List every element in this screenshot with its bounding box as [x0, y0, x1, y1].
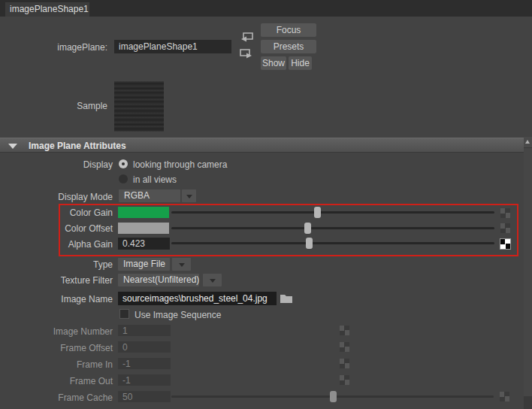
sample-label: Sample: [0, 101, 107, 111]
frame-cache-slider: [171, 395, 494, 398]
frame-cache-map-button: [500, 392, 509, 401]
frame-offset-label: Frame Offset: [0, 343, 113, 353]
section-title: Image Plane Attributes: [29, 141, 126, 151]
frame-in-field: [118, 358, 171, 369]
frame-out-field: [118, 374, 171, 386]
scrollbar-thumb[interactable]: [524, 148, 532, 396]
alpha-gain-map-button[interactable]: [500, 238, 511, 250]
color-offset-slider-handle[interactable]: [304, 223, 311, 234]
frame-in-map-button: [340, 359, 349, 368]
tab-imageplaneshape1[interactable]: imagePlaneShape1: [5, 2, 89, 17]
section-header-image-plane-attributes[interactable]: Image Plane Attributes: [0, 138, 524, 153]
texture-filter-dropdown-arrow[interactable]: [203, 274, 222, 286]
sample-preview-swatch: [114, 81, 164, 132]
chevron-down-icon: [179, 263, 185, 267]
chevron-down-icon: [186, 195, 192, 198]
texture-filter-dropdown[interactable]: Nearest(Unfiltered): [118, 274, 199, 286]
frame-out-label: Frame Out: [0, 376, 113, 386]
image-number-field: [118, 325, 171, 336]
radio-label-looking-through-camera[interactable]: looking through camera: [133, 159, 227, 170]
focus-button[interactable]: Focus: [261, 23, 316, 37]
color-gain-slider-handle[interactable]: [314, 207, 321, 218]
image-number-map-button: [340, 326, 349, 335]
texture-filter-label: Texture Filter: [0, 275, 113, 286]
chevron-down-icon: [210, 279, 216, 283]
presets-button[interactable]: Presets: [261, 40, 316, 53]
color-offset-map-button[interactable]: [500, 223, 510, 233]
frame-cache-label: Frame Cache: [0, 392, 113, 403]
arrow-up-icon: [525, 140, 530, 144]
hide-button[interactable]: Hide: [289, 56, 312, 70]
alpha-gain-slider[interactable]: [171, 242, 494, 244]
frame-offset-field: [118, 341, 171, 353]
color-offset-label: Color Offset: [0, 223, 113, 234]
alpha-gain-label: Alpha Gain: [0, 239, 113, 250]
display-label: Display: [0, 159, 113, 170]
frame-cache-field: [118, 391, 171, 402]
radio-label-in-all-views[interactable]: in all views: [133, 174, 177, 185]
imageplane-label: imagePlane:: [0, 42, 107, 53]
color-offset-slider[interactable]: [171, 227, 494, 229]
type-dropdown-arrow[interactable]: [172, 258, 191, 271]
select-output-connection-icon[interactable]: [238, 46, 255, 60]
image-number-label: Image Number: [0, 326, 113, 337]
radio-dot: [122, 162, 125, 165]
color-gain-label: Color Gain: [0, 208, 113, 218]
frame-in-label: Frame In: [0, 359, 113, 370]
imageplane-name-field[interactable]: [114, 40, 231, 53]
radio-in-all-views[interactable]: [119, 174, 128, 183]
alpha-gain-field[interactable]: [118, 238, 170, 250]
browse-folder-icon[interactable]: [280, 292, 293, 304]
radio-looking-through-camera[interactable]: [119, 159, 128, 168]
display-mode-dropdown[interactable]: RGBA: [119, 189, 180, 202]
color-gain-swatch[interactable]: [118, 207, 169, 218]
frame-offset-map-button: [340, 342, 349, 352]
collapse-triangle-icon[interactable]: [8, 144, 17, 149]
display-mode-label: Display Mode: [0, 192, 113, 202]
scrollbar-up-button[interactable]: [524, 137, 532, 147]
image-name-label: Image Name: [0, 294, 113, 304]
display-mode-dropdown-arrow[interactable]: [182, 189, 196, 202]
color-offset-swatch[interactable]: [118, 223, 169, 234]
frame-out-map-button: [340, 375, 349, 385]
frame-cache-slider-handle: [330, 391, 337, 402]
image-name-field[interactable]: [118, 292, 277, 305]
use-image-sequence-label[interactable]: Use Image Sequence: [135, 310, 221, 320]
attribute-editor: imagePlaneShape1 imagePlane: Focus Prese…: [0, 0, 532, 409]
type-label: Type: [0, 259, 113, 270]
color-gain-slider[interactable]: [171, 211, 494, 214]
use-image-sequence-checkbox[interactable]: [119, 309, 129, 319]
select-input-connection-icon[interactable]: [238, 29, 255, 44]
type-dropdown[interactable]: Image File: [118, 258, 170, 271]
color-gain-map-button[interactable]: [500, 208, 510, 218]
show-button[interactable]: Show: [261, 56, 286, 70]
alpha-gain-slider-handle[interactable]: [306, 238, 313, 249]
